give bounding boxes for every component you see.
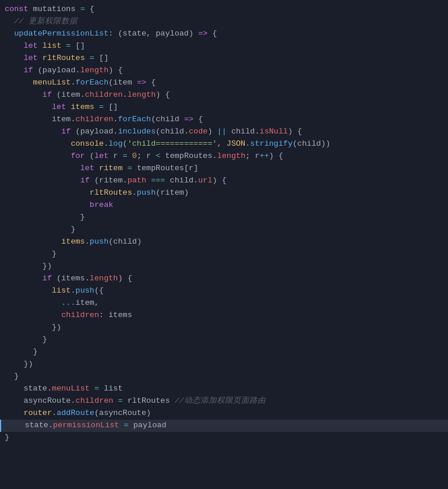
code-line-15: if (ritem.path === child.url) {	[0, 175, 448, 187]
code-line-36: }	[0, 432, 448, 444]
line-17-content: break	[0, 199, 448, 212]
code-line-12: console.log('child============', JSON.st…	[0, 138, 448, 150]
line-11-content: if (payload.includes(child.code) || chil…	[0, 126, 448, 138]
code-line-7: menuList.forEach(item => {	[0, 77, 448, 89]
code-line-20: items.push(child)	[0, 236, 448, 248]
line-28-content: }	[0, 334, 448, 346]
code-line-16: rltRoutes.push(ritem)	[0, 187, 448, 199]
code-line-32: state.menuList = list	[0, 383, 448, 395]
code-line-31: }	[0, 371, 448, 383]
code-line-25: ...item,	[0, 297, 448, 309]
code-line-24: list.push({	[0, 285, 448, 297]
line-16-content: rltRoutes.push(ritem)	[0, 187, 448, 199]
code-line-3: updatePermissionList: (state, payload) =…	[0, 28, 448, 40]
line-25-content: ...item,	[0, 297, 448, 309]
line-4-content: let list = []	[0, 40, 448, 52]
code-line-19: }	[0, 224, 448, 236]
code-line-9: let items = []	[0, 101, 448, 114]
line-27-content: })	[0, 322, 448, 334]
line-14-content: let ritem = tempRoutes[r]	[0, 163, 448, 175]
line-8-content: if (item.children.length) {	[0, 89, 448, 101]
line-20-content: items.push(child)	[0, 236, 448, 248]
line-34-content: router.addRoute(asyncRoute)	[0, 407, 448, 420]
line-10-content: item.children.forEach(child => {	[0, 114, 448, 126]
line-23-content: if (items.length) {	[0, 273, 448, 285]
code-line-4: let list = []	[0, 40, 448, 52]
line-2-content: // 更新权限数据	[0, 16, 448, 28]
code-line-8: if (item.children.length) {	[0, 89, 448, 101]
code-line-18: }	[0, 212, 448, 224]
code-line-5: let rltRoutes = []	[0, 52, 448, 65]
line-36-content: }	[0, 432, 448, 444]
line-18-content: }	[0, 212, 448, 224]
code-line-23: if (items.length) {	[0, 273, 448, 285]
code-line-28: }	[0, 334, 448, 346]
code-line-17: break	[0, 199, 448, 212]
code-line-14: let ritem = tempRoutes[r]	[0, 163, 448, 175]
line-31-content: }	[0, 371, 448, 383]
code-editor: const mutations = { // 更新权限数据 updatePerm…	[0, 0, 448, 448]
code-line-13: for (let r = 0; r < tempRoutes.length; r…	[0, 150, 448, 163]
line-1-content: const mutations = {	[0, 3, 448, 16]
line-32-content: state.menuList = list	[0, 383, 448, 395]
code-line-34: router.addRoute(asyncRoute)	[0, 407, 448, 420]
line-9-content: let items = []	[0, 101, 448, 114]
code-line-21: }	[0, 248, 448, 261]
code-line-1: const mutations = {	[0, 3, 448, 16]
code-line-30: })	[0, 358, 448, 371]
line-29-content: }	[0, 346, 448, 358]
line-5-content: let rltRoutes = []	[0, 52, 448, 65]
line-26-content: children: items	[0, 309, 448, 322]
line-3-content: updatePermissionList: (state, payload) =…	[0, 28, 448, 40]
line-24-content: list.push({	[0, 285, 448, 297]
line-22-content: })	[0, 261, 448, 273]
line-33-content: asyncRoute.children = rltRoutes //动态添加权限…	[0, 395, 448, 407]
code-line-33: asyncRoute.children = rltRoutes //动态添加权限…	[0, 395, 448, 407]
line-30-content: })	[0, 358, 448, 371]
line-12-content: console.log('child============', JSON.st…	[0, 138, 448, 150]
code-line-22: })	[0, 261, 448, 273]
line-7-content: menuList.forEach(item => {	[0, 77, 448, 89]
line-6-content: if (payload.length) {	[0, 65, 448, 77]
line-13-content: for (let r = 0; r < tempRoutes.length; r…	[0, 150, 448, 163]
code-line-11: if (payload.includes(child.code) || chil…	[0, 126, 448, 138]
line-19-content: }	[0, 224, 448, 236]
code-line-10: item.children.forEach(child => {	[0, 114, 448, 126]
line-15-content: if (ritem.path === child.url) {	[0, 175, 448, 187]
code-line-35: state.permissionList = payload	[0, 420, 448, 432]
code-line-26: children: items	[0, 309, 448, 322]
code-line-2: // 更新权限数据	[0, 16, 448, 28]
code-line-27: })	[0, 322, 448, 334]
line-21-content: }	[0, 248, 448, 261]
code-line-6: if (payload.length) {	[0, 65, 448, 77]
code-line-29: }	[0, 346, 448, 358]
line-35-content: state.permissionList = payload	[1, 420, 448, 432]
